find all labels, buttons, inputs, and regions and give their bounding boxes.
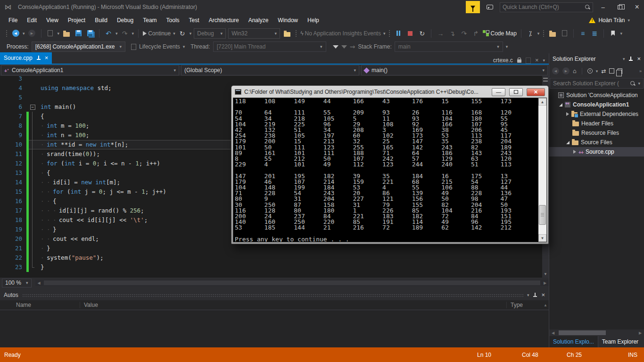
collapse-all-icon[interactable] — [609, 68, 614, 74]
bookmark-button[interactable] — [608, 28, 618, 39]
tree-item-external-dependencies[interactable]: External Dependencies — [549, 109, 644, 119]
breakpoint-margin[interactable] — [0, 178, 8, 187]
breakpoint-margin[interactable] — [0, 168, 8, 178]
filter-dropdown[interactable] — [596, 69, 598, 74]
breakpoint-margin[interactable] — [0, 131, 8, 140]
scroll-right-icon[interactable] — [636, 331, 644, 335]
apply-dropdown[interactable] — [190, 31, 192, 36]
breakpoint-margin[interactable] — [0, 76, 8, 83]
insights-dropdown[interactable] — [383, 31, 386, 36]
forward-icon[interactable] — [562, 67, 570, 74]
pin-icon[interactable] — [36, 56, 41, 60]
breakpoint-margin[interactable] — [0, 83, 8, 93]
user-name[interactable]: Hoàn Trần — [598, 17, 625, 24]
continue-dropdown[interactable] — [173, 31, 175, 36]
console-window[interactable]: C:\Folder of What\Studying and Others\Pr… — [231, 85, 549, 244]
console-title-bar[interactable]: C:\Folder of What\Studying and Others\Pr… — [233, 87, 547, 98]
toolbar-grip[interactable] — [388, 30, 390, 37]
menu-architecture[interactable]: Architecture — [204, 15, 244, 25]
tree-item-consoleapplication1[interactable]: ConsoleApplication1 — [549, 100, 644, 109]
home-icon[interactable] — [573, 67, 577, 74]
toolbar-grip[interactable] — [295, 30, 297, 37]
new-file-dropdown[interactable] — [58, 31, 60, 36]
breakpoint-margin[interactable] — [0, 253, 8, 263]
close-button[interactable] — [630, 1, 644, 13]
chevron-expanded-icon[interactable] — [566, 141, 570, 144]
scroll-up-icon[interactable]: ▲ — [538, 98, 546, 106]
notifications-flag-button[interactable] — [466, 1, 480, 13]
close-icon[interactable] — [637, 56, 641, 62]
toolbar-grip[interactable] — [543, 30, 545, 37]
lifecycle-label[interactable]: Lifecycle Events — [139, 43, 180, 50]
bookmark-dropdown[interactable] — [620, 31, 622, 36]
redo-button[interactable] — [120, 28, 130, 39]
project-scope-dropdown[interactable]: +⁺ ConsoleApplication1 — [1, 65, 179, 75]
navigate-forward-button[interactable] — [27, 28, 37, 39]
scrollbar-thumb[interactable] — [559, 330, 606, 335]
restore-button[interactable] — [613, 1, 627, 13]
chevron-collapsed-icon[interactable] — [573, 150, 576, 154]
tree-item-source-cpp[interactable]: ++Source.cpp — [549, 147, 644, 156]
code-line-21[interactable]: 21·} — [0, 244, 542, 253]
back-icon[interactable] — [552, 67, 559, 74]
autos-title-bar[interactable]: Autos — [0, 290, 549, 300]
breakpoint-margin[interactable] — [0, 263, 8, 272]
breakpoint-margin[interactable] — [0, 234, 8, 244]
pending-changes-filter-icon[interactable] — [587, 68, 593, 74]
breakpoint-margin[interactable] — [0, 112, 8, 121]
undo-button[interactable] — [104, 28, 113, 39]
breakpoint-margin[interactable] — [0, 187, 8, 197]
solution-explorer-title-bar[interactable]: Solution Explorer — [549, 53, 644, 65]
fold-margin[interactable]: − — [29, 102, 36, 112]
app-insights-button[interactable]: No Application Insights Events — [300, 28, 381, 39]
scrollbar-thumb[interactable] — [539, 205, 546, 225]
attach-process-button[interactable] — [282, 28, 292, 39]
stop-debugging-button[interactable] — [405, 28, 415, 39]
code-map-button[interactable]: Code Map — [483, 28, 516, 39]
member-scope-dropdown[interactable]: main() — [361, 65, 548, 75]
filter-edit-icon[interactable] — [341, 45, 347, 49]
breakpoint-margin[interactable] — [0, 215, 8, 225]
scroll-down-icon[interactable]: ▼ — [538, 234, 546, 242]
sync-with-active-document-icon[interactable] — [601, 68, 606, 74]
scroll-down-icon[interactable] — [542, 272, 549, 276]
solution-config-dropdown[interactable]: Debug — [194, 28, 226, 39]
breakpoint-margin[interactable] — [0, 225, 8, 234]
keep-open-icon[interactable] — [526, 58, 531, 64]
panel-horizontal-scrollbar[interactable] — [549, 329, 644, 336]
menu-project[interactable]: Project — [63, 15, 90, 25]
breakpoint-margin[interactable] — [0, 121, 8, 131]
quick-launch-box[interactable]: Quick Launch (Ctrl+Q) — [500, 2, 593, 12]
toolbar-overflow-icon[interactable]: » — [639, 69, 641, 74]
close-tab-icon[interactable] — [535, 57, 539, 64]
break-all-button[interactable] — [394, 28, 403, 39]
navigate-back-button[interactable] — [11, 28, 20, 39]
thread-dropdown[interactable]: [7220] Main Thread — [213, 41, 326, 52]
save-button[interactable] — [74, 28, 83, 39]
breakpoint-margin[interactable] — [0, 159, 8, 168]
apply-changes-button[interactable] — [178, 28, 187, 39]
feedback-icon[interactable] — [487, 5, 493, 9]
column-type[interactable]: Type — [506, 302, 542, 308]
autos-body[interactable] — [0, 310, 549, 347]
diagnostics-dropdown[interactable] — [537, 31, 540, 36]
column-value[interactable]: Value — [80, 302, 506, 308]
scroll-left-icon[interactable] — [549, 331, 557, 335]
suppress-icon[interactable]: ⇝ — [350, 43, 355, 50]
tab-source-cpp[interactable]: Source.cpp — [0, 52, 52, 64]
code-line-3[interactable]: 3 — [0, 76, 542, 83]
breakpoint-margin[interactable] — [0, 102, 8, 112]
column-name[interactable]: Name — [0, 302, 80, 308]
console-close-button[interactable]: ✕ — [527, 88, 545, 96]
breakpoint-margin[interactable] — [0, 93, 8, 102]
properties-icon[interactable] — [618, 68, 622, 74]
breakpoint-margin[interactable] — [0, 149, 8, 159]
menu-window[interactable]: Window — [273, 15, 303, 25]
add-item-button[interactable] — [548, 28, 557, 39]
tree-item-header-files[interactable]: Header Files — [549, 119, 644, 128]
menu-build[interactable]: Build — [90, 15, 112, 25]
tree-item-source-files[interactable]: Source Files — [549, 138, 644, 147]
open-file-button[interactable] — [62, 28, 71, 39]
step-into-button[interactable]: ↴ — [447, 28, 457, 39]
breakpoint-margin[interactable] — [0, 140, 8, 149]
